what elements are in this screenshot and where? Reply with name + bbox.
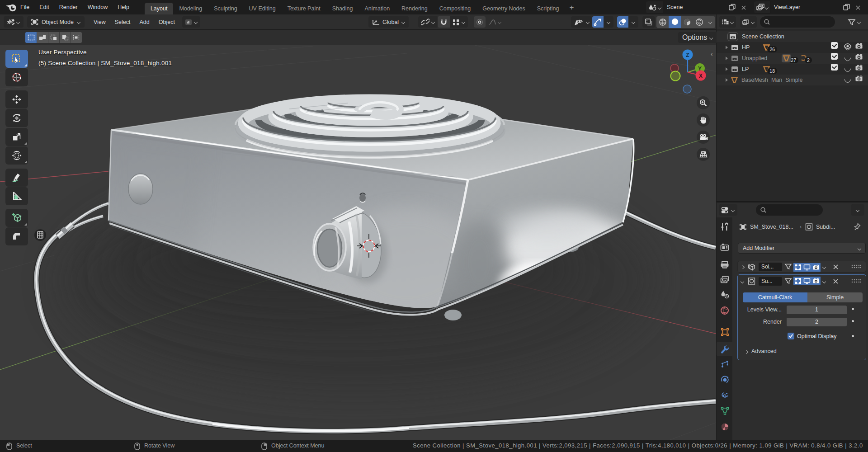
svg-text:Y: Y <box>698 66 702 72</box>
svg-text:X: X <box>699 73 703 79</box>
svg-text:Z: Z <box>686 52 689 58</box>
